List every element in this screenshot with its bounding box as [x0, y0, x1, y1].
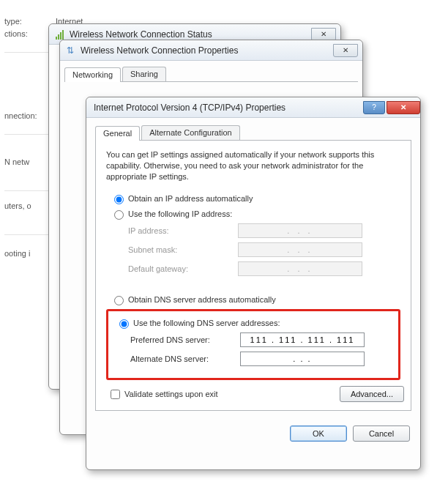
- title-properties: Wireless Network Connection Properties: [81, 45, 238, 56]
- title-status: Wireless Network Connection Status: [70, 29, 212, 40]
- checkbox-validate-input[interactable]: [111, 390, 120, 399]
- field-subnet-mask: Subnet mask: . . .: [128, 242, 393, 257]
- checkbox-validate-label: Validate settings upon exit: [124, 390, 218, 398]
- radio-dns-manual-label: Use the following DNS server addresses:: [133, 319, 280, 327]
- bg-nnection-label: nnection:: [4, 111, 37, 120]
- close-button-status[interactable]: ✕: [311, 28, 336, 41]
- wifi-icon: [53, 29, 65, 40]
- field-default-gateway: Default gateway: . . .: [128, 261, 393, 276]
- bg-rule-3: [4, 190, 48, 191]
- radio-dns-auto-label: Obtain DNS server address automatically: [128, 295, 276, 304]
- close-button-ipv4[interactable]: ✕: [387, 101, 420, 114]
- tabstrip-properties: Networking Sharing: [64, 67, 358, 82]
- input-alternate-dns[interactable]: . . .: [240, 352, 365, 366]
- label-alternate-dns: Alternate DNS server:: [130, 354, 240, 363]
- label-ip-address: IP address:: [128, 226, 238, 235]
- input-ip-address: . . .: [238, 223, 362, 238]
- title-ipv4: Internet Protocol Version 4 (TCP/IPv4) P…: [94, 103, 285, 113]
- bg-n-netw-label: N netw: [4, 157, 29, 166]
- bg-rule-2: [4, 134, 48, 135]
- group-ip-fields: IP address: . . . Subnet mask: . . . Def…: [106, 223, 400, 288]
- radio-ip-auto[interactable]: Obtain an IP address automatically: [111, 193, 400, 204]
- bg-type-label: type:: [4, 17, 22, 26]
- bg-rule-4: [4, 234, 48, 235]
- tab-networking[interactable]: Networking: [64, 67, 121, 82]
- radio-ip-manual[interactable]: Use the following IP address:: [111, 208, 400, 220]
- advanced-button[interactable]: Advanced...: [340, 386, 404, 402]
- field-ip-address: IP address: . . .: [128, 223, 393, 238]
- label-preferred-dns: Preferred DNS server:: [130, 335, 240, 344]
- input-preferred-dns[interactable]: 111 . 111 . 111 . 111: [240, 332, 365, 347]
- input-default-gateway: . . .: [238, 261, 362, 276]
- window-ipv4-properties: Internet Protocol Version 4 (TCP/IPv4) P…: [86, 97, 421, 470]
- dialog-button-row: OK Cancel: [86, 420, 420, 452]
- tab-sharing[interactable]: Sharing: [122, 67, 166, 81]
- panel-general: You can get IP settings assigned automat…: [95, 141, 411, 411]
- tab-general[interactable]: General: [95, 126, 140, 141]
- help-button[interactable]: ?: [363, 101, 385, 114]
- network-icon: ⇅: [64, 45, 76, 56]
- field-alternate-dns: Alternate DNS server: . . .: [130, 352, 391, 366]
- radio-ip-manual-input[interactable]: [114, 210, 124, 220]
- field-preferred-dns: Preferred DNS server: 111 . 111 . 111 . …: [130, 332, 391, 347]
- titlebar-properties[interactable]: ⇅ Wireless Network Connection Properties…: [60, 40, 362, 61]
- group-dns: Use the following DNS server addresses: …: [106, 309, 400, 380]
- input-subnet-mask: . . .: [238, 242, 362, 257]
- radio-ip-auto-input[interactable]: [114, 195, 124, 204]
- radio-dns-auto-input[interactable]: [114, 296, 124, 305]
- radio-dns-manual[interactable]: Use the following DNS server addresses:: [116, 317, 391, 329]
- tabstrip-ipv4: General Alternate Configuration: [95, 125, 411, 141]
- ok-button[interactable]: OK: [290, 425, 347, 442]
- titlebar-ipv4[interactable]: Internet Protocol Version 4 (TCP/IPv4) P…: [86, 97, 420, 118]
- bg-uters-label: uters, o: [4, 201, 31, 210]
- label-default-gateway: Default gateway:: [128, 264, 238, 273]
- bg-ctions-label: ctions:: [4, 29, 28, 38]
- checkbox-validate[interactable]: Validate settings upon exit Advanced...: [108, 387, 400, 401]
- bg-ooting-label: ooting i: [4, 249, 30, 258]
- description-text: You can get IP settings assigned automat…: [106, 149, 400, 182]
- radio-ip-manual-label: Use the following IP address:: [128, 209, 232, 218]
- radio-ip-auto-label: Obtain an IP address automatically: [128, 194, 253, 203]
- radio-dns-auto[interactable]: Obtain DNS server address automatically: [111, 294, 400, 305]
- close-button-properties[interactable]: ✕: [333, 44, 358, 57]
- label-subnet-mask: Subnet mask:: [128, 245, 238, 254]
- cancel-button[interactable]: Cancel: [353, 425, 410, 442]
- radio-dns-manual-input[interactable]: [119, 319, 129, 329]
- tab-alternate-configuration[interactable]: Alternate Configuration: [141, 125, 240, 140]
- bg-rule-1: [4, 52, 48, 53]
